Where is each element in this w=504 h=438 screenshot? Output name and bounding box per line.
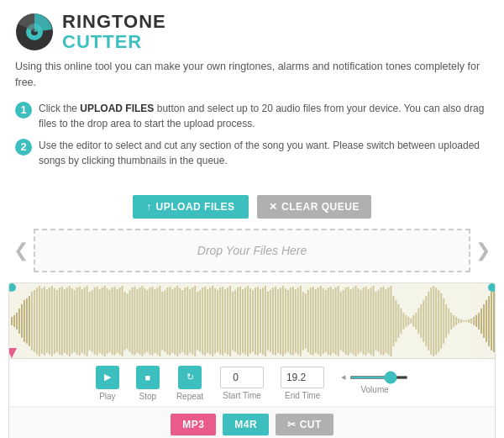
step-2-text: Use the editor to select and cut any sec… <box>39 138 489 168</box>
svg-rect-5 <box>13 315 15 327</box>
waveform-svg <box>9 283 495 359</box>
step-1-number: 1 <box>15 102 32 119</box>
start-time-input[interactable] <box>220 367 264 388</box>
editor-panel: ▶ Play ■ Stop ↻ Repeat Start Time End Ti… <box>8 282 496 438</box>
svg-rect-6 <box>16 313 18 330</box>
start-time-control: Start Time <box>220 367 264 400</box>
play-label: Play <box>99 392 115 401</box>
stop-icon: ■ <box>145 372 151 383</box>
cut-button[interactable]: ✂ CUT <box>276 414 333 435</box>
end-time-control: End Time <box>281 367 324 400</box>
svg-rect-197 <box>30 283 474 359</box>
upload-arrow-icon: ↑ <box>146 201 152 213</box>
svg-rect-189 <box>475 315 477 327</box>
m4r-button[interactable]: M4R <box>223 414 269 435</box>
step-1-text: Click the UPLOAD FILES button and select… <box>39 101 489 131</box>
next-arrow-icon[interactable]: ❯ <box>470 240 496 261</box>
prev-arrow-icon[interactable]: ❮ <box>8 240 34 261</box>
volume-low-icon: ◂ <box>341 372 346 383</box>
volume-control: ◂ Volume <box>341 372 408 394</box>
repeat-control: ↻ Repeat <box>176 366 203 401</box>
svg-rect-195 <box>491 292 492 351</box>
end-time-label: End Time <box>285 391 320 400</box>
stop-button[interactable]: ■ <box>136 366 160 389</box>
waveform-right-handle[interactable] <box>488 283 495 292</box>
svg-rect-190 <box>478 313 480 330</box>
svg-rect-192 <box>483 304 485 338</box>
logo-text: RINGTONE CUTTER <box>62 12 166 52</box>
clear-x-icon: ✕ <box>269 201 278 213</box>
action-buttons-row: ↑ UPLOAD FILES ✕ CLEAR QUEUE <box>0 183 504 229</box>
svg-rect-9 <box>24 300 25 342</box>
volume-slider-wrap: ◂ <box>341 372 408 383</box>
repeat-button[interactable]: ↻ <box>178 366 202 389</box>
upload-files-button[interactable]: ↑ UPLOAD FILES <box>133 195 249 219</box>
start-time-label: Start Time <box>223 391 261 400</box>
svg-rect-191 <box>480 309 482 334</box>
svg-rect-10 <box>26 298 28 344</box>
volume-slider[interactable] <box>349 376 408 379</box>
stop-label: Stop <box>139 392 157 401</box>
svg-rect-196 <box>493 290 495 352</box>
drop-zone-wrapper: ❮ Drop Your Files Here ❯ <box>0 229 504 272</box>
svg-rect-7 <box>18 309 20 334</box>
step-1: 1 Click the UPLOAD FILES button and sele… <box>15 101 489 131</box>
play-button[interactable]: ▶ <box>96 366 119 389</box>
play-icon: ▶ <box>104 372 111 383</box>
step-2: 2 Use the editor to select and cut any s… <box>15 138 489 168</box>
logo-cutter: CUTTER <box>62 32 166 52</box>
svg-rect-194 <box>488 296 490 346</box>
clear-queue-button[interactable]: ✕ CLEAR QUEUE <box>257 195 371 219</box>
repeat-label: Repeat <box>176 392 203 401</box>
mp3-button[interactable]: MP3 <box>171 414 216 435</box>
app-description: Using this online tool you can make your… <box>0 59 504 98</box>
end-time-input[interactable] <box>281 367 324 388</box>
svg-rect-4 <box>11 317 13 325</box>
step-2-number: 2 <box>15 139 32 156</box>
drop-zone[interactable]: Drop Your Files Here <box>34 229 470 272</box>
logo-icon <box>15 13 54 51</box>
play-control: ▶ Play <box>96 366 119 401</box>
header: RINGTONE CUTTER <box>0 0 504 59</box>
logo-ringtone: RINGTONE <box>62 12 166 32</box>
controls-row: ▶ Play ■ Stop ↻ Repeat Start Time End Ti… <box>9 359 495 407</box>
steps-list: 1 Click the UPLOAD FILES button and sele… <box>0 98 504 183</box>
repeat-icon: ↻ <box>186 372 194 383</box>
export-row: MP3 M4R ✂ CUT <box>9 407 495 438</box>
svg-rect-8 <box>21 304 23 338</box>
waveform-area[interactable] <box>9 283 495 359</box>
svg-rect-193 <box>486 300 487 342</box>
stop-control: ■ Stop <box>136 366 160 401</box>
scissors-icon: ✂ <box>287 419 297 430</box>
volume-label: Volume <box>360 385 388 394</box>
svg-rect-11 <box>29 296 30 346</box>
